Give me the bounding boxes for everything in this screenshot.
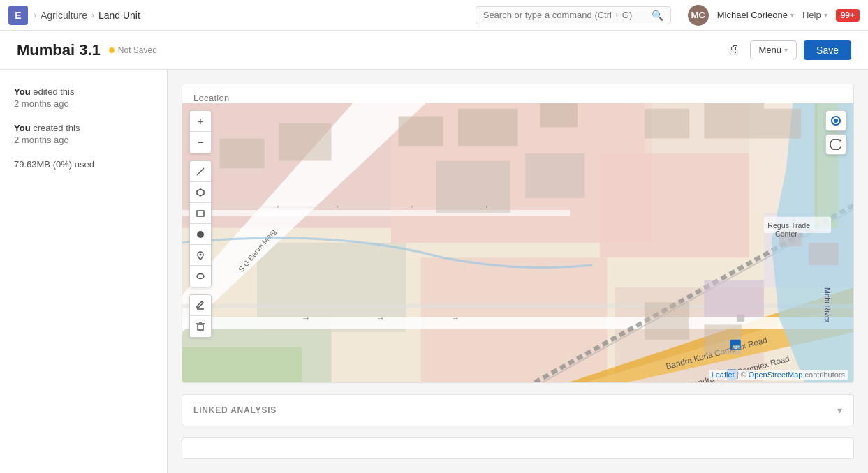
search-icon: 🔍	[652, 10, 663, 21]
svg-text:→: →	[480, 201, 490, 211]
svg-text:→: →	[450, 313, 459, 323]
edited-info: You edited this 2 months ago	[14, 87, 153, 109]
draw-tools	[189, 160, 212, 287]
location-title: Location	[182, 84, 853, 103]
chevron-down-icon-help: ▾	[824, 11, 827, 19]
chevron-down-icon: ▾	[790, 11, 794, 19]
edit-button[interactable]	[190, 295, 211, 316]
svg-rect-34	[219, 139, 264, 169]
svg-text:Mithi River: Mithi River	[823, 287, 832, 323]
search-bar[interactable]: 🔍	[476, 6, 671, 24]
chevron-right-icon-2: ›	[91, 10, 94, 20]
svg-text:→: →	[302, 313, 311, 323]
svg-text:→: →	[376, 313, 385, 323]
notification-badge[interactable]: 99+	[836, 9, 860, 22]
map-toolbar: + −	[189, 110, 212, 338]
navbar-right: MC Michael Corleone ▾ Help ▾ 99+	[688, 5, 860, 26]
svg-rect-32	[525, 153, 584, 198]
menu-button[interactable]: Menu ▾	[750, 40, 797, 59]
draw-rectangle-button[interactable]	[190, 203, 211, 224]
svg-text:🚌: 🚌	[732, 342, 740, 350]
svg-rect-61	[197, 211, 204, 216]
help-button[interactable]: Help ▾	[802, 10, 827, 20]
svg-rect-3	[600, 153, 749, 257]
leaflet-link[interactable]: Leaflet	[712, 370, 735, 379]
created-info: You created this 2 months ago	[14, 123, 153, 145]
draw-marker-button[interactable]	[190, 245, 211, 266]
sidebar: You edited this 2 months ago You created…	[0, 70, 168, 473]
svg-rect-66	[198, 324, 203, 330]
linked-analysis-card: LINKED ANALYSIS ▾	[182, 394, 854, 426]
navbar: E › Agriculture › Land Unit 🔍 MC Michael…	[0, 0, 868, 31]
draw-line-button[interactable]	[190, 161, 211, 182]
page-title: Mumbai 3.1	[17, 41, 101, 59]
svg-marker-70	[840, 139, 842, 142]
print-button[interactable]: 🖨	[725, 40, 743, 60]
svg-marker-60	[197, 189, 204, 196]
svg-rect-35	[645, 109, 689, 139]
created-label: You	[14, 123, 31, 133]
svg-point-69	[834, 119, 838, 123]
svg-point-62	[197, 231, 204, 238]
edited-time: 2 months ago	[14, 98, 153, 109]
title-area: Mumbai 3.1 Not Saved	[17, 41, 157, 59]
page-header: Mumbai 3.1 Not Saved 🖨 Menu ▾ Save	[0, 31, 868, 70]
svg-rect-31	[436, 161, 510, 213]
save-button[interactable]: Save	[804, 40, 851, 60]
osm-link[interactable]: OpenStreetMap	[749, 370, 803, 379]
zoom-in-button[interactable]: +	[190, 111, 211, 132]
edited-label: You	[14, 87, 31, 97]
created-time: 2 months ago	[14, 135, 153, 145]
svg-text:→: →	[272, 201, 281, 211]
search-input[interactable]	[483, 10, 647, 20]
chevron-down-icon-linked: ▾	[837, 405, 842, 416]
svg-rect-30	[540, 103, 578, 127]
map-container[interactable]: Bandra Kurla Complex Road Bandra Kurla C…	[182, 103, 853, 382]
status-dot	[109, 47, 115, 53]
draw-circle-button[interactable]	[190, 224, 211, 245]
location-card: Location	[182, 84, 854, 383]
user-menu[interactable]: Michael Corleone ▾	[717, 10, 794, 20]
edit-tools	[189, 294, 212, 338]
breadcrumb-agriculture[interactable]: Agriculture	[41, 10, 87, 21]
chevron-down-icon-menu: ▾	[784, 46, 788, 54]
bottom-card	[182, 437, 854, 459]
map-svg: Bandra Kurla Complex Road Bandra Kurla C…	[182, 103, 853, 382]
svg-rect-19	[182, 317, 853, 329]
main-layout: You edited this 2 months ago You created…	[0, 70, 868, 473]
refresh-button[interactable]	[825, 134, 846, 155]
content-area: Location	[168, 70, 868, 473]
header-actions: 🖨 Menu ▾ Save	[725, 40, 851, 60]
svg-rect-25	[182, 347, 302, 382]
breadcrumb: › Agriculture › Land Unit	[34, 10, 140, 21]
svg-rect-58	[704, 280, 763, 317]
draw-ellipse-button[interactable]	[190, 266, 211, 287]
svg-rect-28	[399, 116, 443, 146]
svg-rect-36	[704, 103, 763, 139]
edited-action: edited this	[33, 87, 74, 97]
svg-rect-29	[458, 109, 517, 146]
storage-info: 79.63MB (0%) used	[14, 159, 153, 170]
svg-text:Regus Trade: Regus Trade	[767, 221, 810, 230]
app-logo[interactable]: E	[8, 6, 28, 25]
zoom-out-button[interactable]: −	[190, 132, 211, 153]
svg-text:→: →	[332, 201, 341, 211]
linked-analysis-title: LINKED ANALYSIS	[193, 405, 277, 415]
draw-polygon-button[interactable]	[190, 182, 211, 203]
breadcrumb-land-unit: Land Unit	[98, 10, 140, 21]
status-badge: Not Saved	[109, 45, 157, 55]
created-action: created this	[33, 123, 80, 133]
delete-button[interactable]	[190, 316, 211, 337]
svg-text:Center: Center	[775, 230, 797, 238]
linked-analysis-header[interactable]: LINKED ANALYSIS ▾	[193, 405, 842, 416]
svg-text:→: →	[406, 201, 415, 211]
svg-point-63	[200, 253, 202, 255]
svg-point-64	[197, 274, 204, 279]
svg-rect-33	[279, 123, 332, 160]
svg-rect-37	[764, 109, 801, 139]
locate-button[interactable]	[825, 110, 846, 131]
svg-rect-39	[809, 243, 839, 265]
chevron-right-icon: ›	[34, 10, 36, 20]
map-attribution: Leaflet | © OpenStreetMap contributors	[709, 370, 848, 380]
svg-rect-40	[645, 302, 689, 339]
